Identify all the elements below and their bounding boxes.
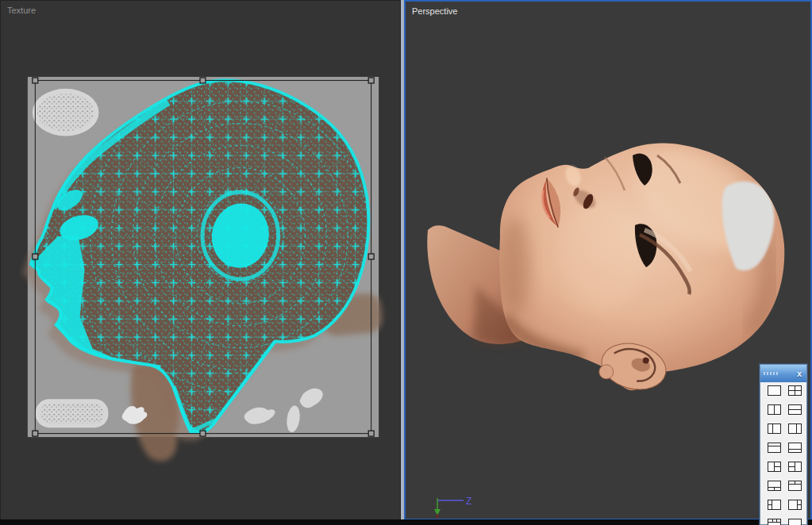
application-window: Texture (0, 0, 812, 525)
axis-z-label: Z (466, 496, 471, 507)
selection-handle-e[interactable] (368, 254, 374, 259)
layout-icon-top-row-bottom-full[interactable] (767, 518, 782, 525)
layout-icon-left-full-right-two[interactable] (767, 461, 782, 472)
layout-icon-single[interactable] (767, 385, 782, 396)
selection-handle-nw[interactable] (33, 78, 38, 83)
layout-icon-left-two-right-full[interactable] (787, 461, 802, 472)
layout-icon-two-horizontal[interactable] (787, 404, 802, 415)
close-icon[interactable]: x (795, 369, 803, 379)
axis-gizmo: Z (434, 496, 471, 519)
selection-handle-sw[interactable] (33, 431, 38, 436)
layout-icon-horizontal-split-top[interactable] (767, 442, 782, 453)
layout-icon-four-equal[interactable] (787, 385, 802, 396)
layout-icon-horizontal-split-bottom[interactable] (787, 442, 802, 453)
layout-icon-left-column-right-full[interactable] (767, 499, 782, 510)
palette-title-bar[interactable]: x (760, 365, 806, 382)
bottom-bar (0, 519, 812, 525)
layout-icon-vertical-split-left[interactable] (767, 423, 782, 434)
layout-icon-left-full-right-column[interactable] (787, 499, 802, 510)
layout-icon-top-two-bottom-full[interactable] (787, 480, 802, 491)
viewport-texture-label: Texture (7, 6, 36, 15)
layout-icon-two-vertical[interactable] (767, 404, 782, 415)
layout-icon-top-full-bottom-two[interactable] (767, 480, 782, 491)
selection-handle-s[interactable] (200, 431, 206, 436)
layout-icon-top-full-bottom-row[interactable] (787, 518, 802, 525)
layout-grid (760, 382, 806, 525)
viewport-perspective[interactable]: Perspective (404, 0, 812, 520)
uv-editor-canvas[interactable] (1, 1, 400, 519)
head-model[interactable] (427, 125, 784, 396)
selection-handle-n[interactable] (200, 78, 206, 83)
selection-handle-se[interactable] (368, 431, 374, 436)
perspective-canvas[interactable]: Z (406, 2, 810, 519)
layout-icon-vertical-split-right[interactable] (787, 423, 802, 434)
selection-handle-w[interactable] (33, 254, 38, 259)
viewport-perspective-label: Perspective (412, 6, 457, 16)
selection-handle-ne[interactable] (368, 78, 374, 83)
viewport-texture[interactable]: Texture (0, 0, 401, 520)
viewport-layout-palette: x (760, 364, 807, 525)
